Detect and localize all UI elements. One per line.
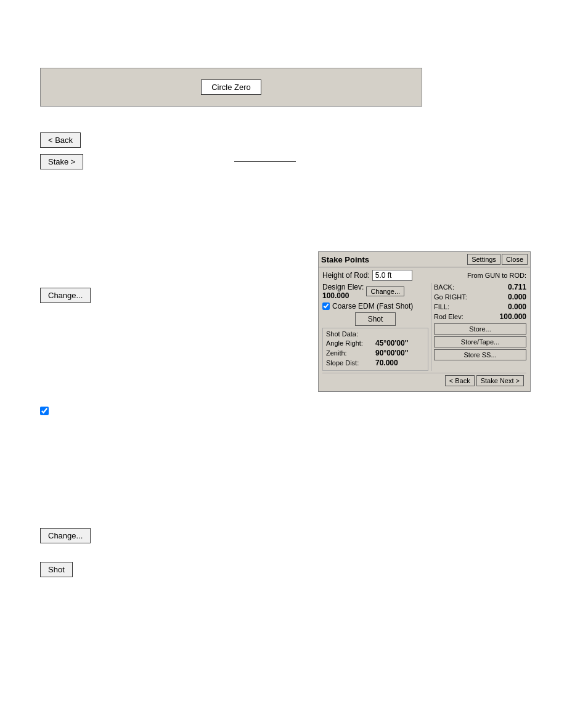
circle-zero-button[interactable]: Circle Zero xyxy=(201,79,261,95)
shot-data-box: Shot Data: Angle Right: 45°00'00" Zenith… xyxy=(322,328,428,371)
dialog-title: Stake Points xyxy=(321,255,467,264)
store-button[interactable]: Store... xyxy=(434,323,526,335)
zenith-label: Zenith: xyxy=(326,349,375,357)
shot-data-title: Shot Data: xyxy=(326,330,425,338)
fill-label: FILL: xyxy=(434,303,449,310)
header-bar: Circle Zero xyxy=(40,68,422,107)
go-right-row: Go RIGHT: 0.000 xyxy=(434,293,526,301)
height-of-rod-row: Height of Rod: From GUN to ROD: xyxy=(322,270,526,281)
change-button-lower[interactable]: Change... xyxy=(40,528,91,543)
stake-button[interactable]: Stake > xyxy=(40,154,83,169)
dialog-titlebar: Stake Points Settings Close xyxy=(319,252,530,267)
dialog-settings-button[interactable]: Settings xyxy=(467,254,500,265)
height-of-rod-label: Height of Rod: xyxy=(322,271,370,280)
stake-points-dialog: Stake Points Settings Close Height of Ro… xyxy=(318,251,531,392)
rod-elev-label: Rod Elev: xyxy=(434,313,463,320)
stake-underline xyxy=(234,161,296,162)
back-button[interactable]: < Back xyxy=(40,132,81,148)
go-right-label: Go RIGHT: xyxy=(434,293,467,301)
dialog-body: Height of Rod: From GUN to ROD: Design E… xyxy=(319,267,530,391)
fill-value: 0.000 xyxy=(508,302,526,311)
design-elev-value: 100.000 xyxy=(322,291,364,300)
dialog-stake-next-button[interactable]: Stake Next > xyxy=(476,375,524,386)
dialog-right: BACK: 0.711 Go RIGHT: 0.000 FILL: 0.000 … xyxy=(431,283,526,371)
shot-button-lower[interactable]: Shot xyxy=(40,562,73,577)
angle-right-label: Angle Right: xyxy=(326,339,375,347)
dialog-shot-button[interactable]: Shot xyxy=(355,312,396,326)
zenith-value: 90°00'00" xyxy=(375,349,408,357)
slope-dist-label: Slope Dist: xyxy=(326,359,375,367)
coarse-edm-label: Coarse EDM (Fast Shot) xyxy=(332,302,413,310)
dialog-close-button[interactable]: Close xyxy=(502,254,528,265)
angle-right-value: 45°00'00" xyxy=(375,339,408,347)
dialog-back-button[interactable]: < Back xyxy=(445,375,475,386)
store-tape-button[interactable]: Store/Tape... xyxy=(434,336,526,347)
slope-dist-value: 70.000 xyxy=(375,359,398,367)
fill-row: FILL: 0.000 xyxy=(434,302,526,311)
dialog-columns: Design Elev: 100.000 Change... Coarse ED… xyxy=(322,283,526,371)
from-gun-to-rod-label: From GUN to ROD: xyxy=(467,272,526,279)
slope-dist-row: Slope Dist: 70.000 xyxy=(326,359,425,367)
store-buttons-area: Store... Store/Tape... Store SS... xyxy=(434,323,526,360)
rod-elev-value: 100.000 xyxy=(500,312,526,321)
store-ss-button[interactable]: Store SS... xyxy=(434,349,526,360)
dialog-coarse-edm-checkbox[interactable] xyxy=(322,302,330,310)
coarse-edm-checkbox[interactable] xyxy=(40,407,49,415)
back-label: BACK: xyxy=(434,283,454,291)
angle-right-row: Angle Right: 45°00'00" xyxy=(326,339,425,347)
coarse-edm-row: Coarse EDM (Fast Shot) xyxy=(322,302,428,310)
dialog-left: Design Elev: 100.000 Change... Coarse ED… xyxy=(322,283,428,371)
change-button-upper[interactable]: Change... xyxy=(40,288,91,303)
height-of-rod-input[interactable] xyxy=(372,270,412,281)
design-elev-row: Design Elev: 100.000 Change... xyxy=(322,283,428,300)
zenith-row: Zenith: 90°00'00" xyxy=(326,349,425,357)
back-value: 0.711 xyxy=(508,283,526,291)
checkbox-area xyxy=(40,407,49,415)
dialog-bottom-row: < Back Stake Next > xyxy=(322,373,526,389)
dialog-change-button[interactable]: Change... xyxy=(366,286,404,296)
design-elev-label: Design Elev: xyxy=(322,283,364,291)
rod-elev-row: Rod Elev: 100.000 xyxy=(434,312,526,321)
back-value-row: BACK: 0.711 xyxy=(434,283,526,291)
go-right-value: 0.000 xyxy=(508,293,526,301)
